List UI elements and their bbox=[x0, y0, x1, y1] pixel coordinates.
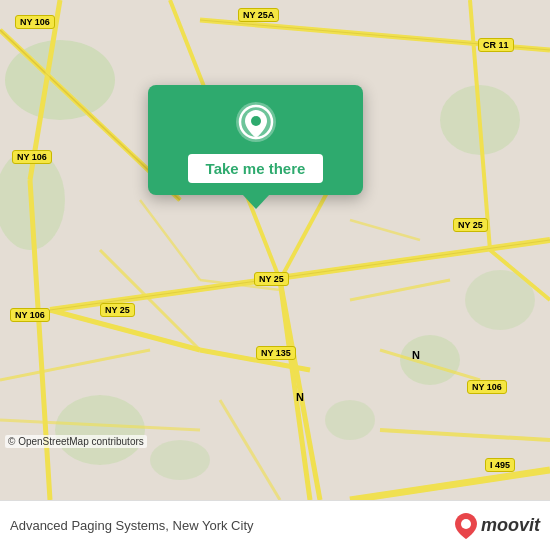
svg-point-7 bbox=[150, 440, 210, 480]
road-label-cr11: CR 11 bbox=[478, 38, 514, 52]
bottom-bar: Advanced Paging Systems, New York City m… bbox=[0, 500, 550, 550]
map-popup: Take me there bbox=[148, 85, 363, 195]
take-me-there-button[interactable]: Take me there bbox=[188, 154, 324, 183]
road-label-n1: N bbox=[408, 348, 424, 362]
svg-point-5 bbox=[325, 400, 375, 440]
svg-point-39 bbox=[251, 116, 261, 126]
road-label-ny106-4: NY 106 bbox=[467, 380, 507, 394]
road-label-ny25-3: NY 25 bbox=[453, 218, 488, 232]
location-label: Advanced Paging Systems, New York City bbox=[10, 518, 254, 533]
road-label-ny25-2: NY 25 bbox=[100, 303, 135, 317]
svg-point-6 bbox=[55, 395, 145, 465]
moovit-logo: moovit bbox=[455, 513, 540, 539]
location-pin-icon bbox=[234, 100, 278, 144]
road-label-ny135: NY 135 bbox=[256, 346, 296, 360]
svg-point-40 bbox=[461, 519, 471, 529]
road-label-i495: I 495 bbox=[485, 458, 515, 472]
road-label-ny106-2: NY 106 bbox=[12, 150, 52, 164]
road-label-n2: N bbox=[292, 390, 308, 404]
osm-attribution: © OpenStreetMap contributors bbox=[5, 435, 147, 448]
map-container: Take me there NY 106 NY 106 NY 106 NY 10… bbox=[0, 0, 550, 500]
road-label-ny25a: NY 25A bbox=[238, 8, 279, 22]
road-label-ny25-1: NY 25 bbox=[254, 272, 289, 286]
road-label-ny106-1: NY 106 bbox=[15, 15, 55, 29]
moovit-label: moovit bbox=[481, 515, 540, 536]
moovit-pin-icon bbox=[455, 513, 477, 539]
road-label-ny106-3: NY 106 bbox=[10, 308, 50, 322]
